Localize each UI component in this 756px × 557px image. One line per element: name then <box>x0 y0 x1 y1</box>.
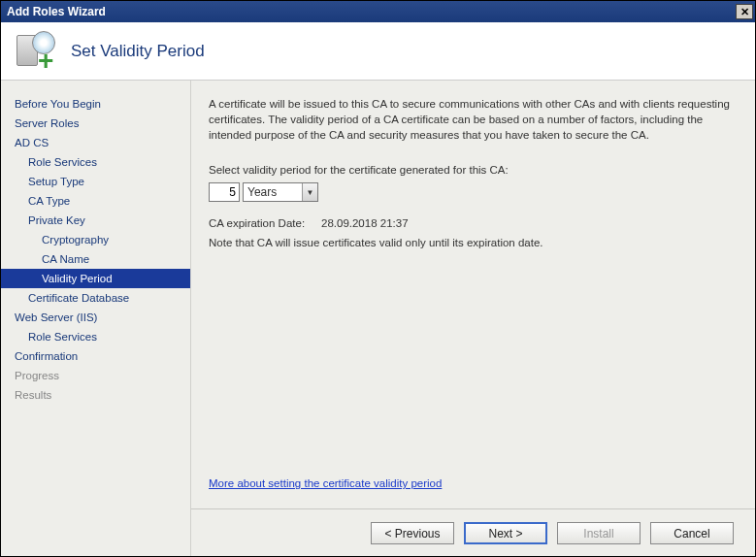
validity-value-input[interactable] <box>209 182 240 202</box>
close-button[interactable]: ✕ <box>736 4 753 19</box>
expiration-row: CA expiration Date: 28.09.2018 21:37 <box>209 215 738 231</box>
nav-item-role-services[interactable]: Role Services <box>1 152 190 172</box>
page-title: Set Validity Period <box>71 42 205 61</box>
nav-item-private-key[interactable]: Private Key <box>1 211 190 230</box>
titlebar: Add Roles Wizard ✕ <box>1 1 755 22</box>
nav-item-progress[interactable]: Progress <box>1 366 190 385</box>
expiration-note: Note that CA will issue certificates val… <box>209 235 738 250</box>
nav-item-role-services[interactable]: Role Services <box>1 327 190 346</box>
close-icon: ✕ <box>740 7 749 17</box>
next-button[interactable]: Next > <box>464 522 547 544</box>
nav-item-ad-cs[interactable]: AD CS <box>1 133 190 152</box>
nav-item-results[interactable]: Results <box>1 385 190 405</box>
more-info-link[interactable]: More about setting the certificate valid… <box>209 475 738 491</box>
validity-input-row: Years ▼ <box>209 182 738 202</box>
nav-item-confirmation[interactable]: Confirmation <box>1 346 190 366</box>
expiration-label: CA expiration Date: <box>209 215 306 231</box>
main-panel: A certificate will be issued to this CA … <box>191 81 755 557</box>
window-title: Add Roles Wizard <box>7 5 106 18</box>
cancel-button[interactable]: Cancel <box>650 522 734 544</box>
nav-item-web-server-iis-[interactable]: Web Server (IIS) <box>1 308 190 327</box>
wizard-icon: + <box>15 31 55 72</box>
expiration-value: 28.09.2018 21:37 <box>321 215 409 231</box>
content: A certificate will be issued to this CA … <box>191 81 755 508</box>
intro-text: A certificate will be issued to this CA … <box>209 96 738 143</box>
nav-item-setup-type[interactable]: Setup Type <box>1 172 190 191</box>
nav-item-ca-name[interactable]: CA Name <box>1 249 190 269</box>
button-bar: < Previous Next > Install Cancel <box>191 508 755 557</box>
validity-label: Select validity period for the certifica… <box>209 162 738 178</box>
install-button: Install <box>557 522 641 544</box>
nav-item-validity-period[interactable]: Validity Period <box>1 269 190 288</box>
nav-item-before-you-begin[interactable]: Before You Begin <box>1 94 190 114</box>
sidebar: Before You BeginServer RolesAD CSRole Se… <box>1 81 191 557</box>
validity-unit-select[interactable]: Years ▼ <box>243 182 318 202</box>
body-area: Before You BeginServer RolesAD CSRole Se… <box>1 81 755 557</box>
nav-item-cryptography[interactable]: Cryptography <box>1 230 190 249</box>
previous-button[interactable]: < Previous <box>371 522 454 544</box>
nav-item-server-roles[interactable]: Server Roles <box>1 114 190 133</box>
chevron-down-icon: ▼ <box>302 183 317 201</box>
validity-unit-value: Years <box>247 184 277 201</box>
nav-item-ca-type[interactable]: CA Type <box>1 191 190 211</box>
nav-item-certificate-database[interactable]: Certificate Database <box>1 288 190 308</box>
header-area: + Set Validity Period <box>1 22 755 81</box>
